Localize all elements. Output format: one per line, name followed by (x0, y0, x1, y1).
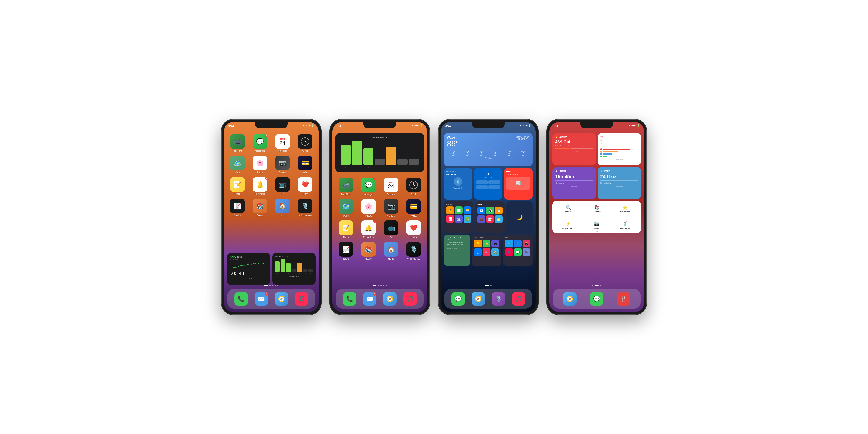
water-widget[interactable]: 💧 Water 24 fl oz 76 fl oz below FoodNoms (598, 167, 641, 199)
dock-mail[interactable]: ✉️ 9 (254, 292, 268, 306)
status-icons-1: ▲ WiFi 🔋 (303, 124, 314, 127)
app-notes[interactable]: 📝 Notes (227, 177, 248, 195)
fasting-widget[interactable]: ⏱️ Fasting 15h 45m 45m above FoodNoms (553, 167, 596, 199)
app-books[interactable]: 📚 Books (250, 198, 270, 217)
page-dots-2 (333, 285, 427, 286)
dock2-music[interactable]: 🎵 (403, 292, 417, 306)
status-icons-4: ▲ WiFi 🔋 (628, 124, 640, 127)
foodnoms-bars-widget[interactable]: 469 66 34 7 FoodNoms (598, 133, 641, 165)
app-grid-2: 📹FaceTime 💬1Messages MON 24 Calendar Clo… (333, 176, 427, 262)
work-widget[interactable]: Work 📧 📅 📋 💼 📝 🗂️ (475, 202, 505, 233)
clock-label: Clock (302, 150, 308, 152)
app-clock[interactable]: Clock (295, 134, 315, 152)
app-messages[interactable]: 💬1 Messages (250, 134, 270, 152)
dock3-messages[interactable]: 💬 (452, 292, 465, 306)
app-health[interactable]: ❤️ Health (295, 177, 315, 195)
work-label: Work (477, 204, 503, 206)
app-facetime[interactable]: 📹 FaceTime (227, 134, 248, 152)
calories-widget[interactable]: 🔥 Calories 469 Cal 1,352 Cal remaining F… (553, 133, 596, 165)
bottom-widgets-1: AAPL 2,152T Apple Inc. 503,43 Stocks WOR… (227, 253, 315, 285)
weather-widget[interactable]: Waco ↑ 86° Mostly Cloudy H:87° L:71° 4PM… (444, 133, 532, 166)
app-calendar[interactable]: MON 24 Calendar (272, 134, 293, 152)
widget-row-3-1: Current Hydration 46/128oz 💧 WaterMinder… (444, 168, 532, 199)
app-tv[interactable]: 📺 TV (272, 177, 293, 195)
dock2-safari[interactable]: 🧭 (383, 292, 397, 306)
notes-label-2: Notes (343, 236, 349, 239)
phone-3: 3:44 ▼ WiFi 🔋 Waco ↑ 86° Mostly Cloudy H… (438, 119, 538, 315)
news-widget[interactable]: News Top stories today... 📰 (504, 168, 532, 199)
news-label: News (506, 170, 530, 173)
waterminder-widget[interactable]: Current Hydration 46/128oz 💧 WaterMinder (444, 168, 472, 199)
phone-1: 9:41 ▲ WiFi 🔋 📹 FaceTime 💬1 Messages MON (221, 119, 321, 315)
dock4-food[interactable]: 🍴 (617, 292, 630, 306)
page-dots-1 (224, 285, 318, 286)
myfitnesspal-widget[interactable]: ✗ MyFitnessPal (474, 168, 503, 199)
dock-1: 📞 ✉️ 9 🧭 🎵 (227, 289, 315, 309)
status-time-4: 9:41 (554, 124, 560, 128)
smartgym-widget-1[interactable]: WORKOUTS M T W T (272, 253, 315, 285)
app-wallet[interactable]: 💳 Wallet (295, 156, 315, 174)
dock4-safari[interactable]: 🧭 (563, 292, 577, 306)
scan-action[interactable]: 📷 SCAN (584, 218, 610, 231)
dock3-podcast[interactable]: 🎙️ (492, 292, 505, 306)
widget-row-3-2: Finance 💰 📊 💳 📈 🏦 💹 Work 📧 (444, 202, 532, 233)
app-maps[interactable]: 🗺️ Maps (227, 156, 248, 174)
library-action[interactable]: 📚 LIBRARY (584, 204, 610, 216)
dock2-phone[interactable]: 📞 (343, 292, 356, 306)
phones-container: 9:41 ▲ WiFi 🔋 📹 FaceTime 💬1 Messages MON (221, 119, 647, 315)
app-voicememos[interactable]: 🎙️ Voice Memos (295, 198, 315, 217)
search-action[interactable]: 🔍 SEARCH (555, 204, 582, 216)
dock-music[interactable]: 🎵 (295, 292, 308, 306)
social-widget[interactable]: Social 🐦 📘 📸 🎵 💬 🎮 (503, 235, 532, 266)
status-time-3: 3:44 (445, 124, 452, 128)
status-icons-2: ▲ WiFi 🔋 (411, 124, 423, 127)
dock2-mail[interactable]: ✉️9 (363, 292, 376, 306)
widget-row-3-3: American Express Green Card 3x Membershi… (444, 235, 532, 266)
stocks-widget[interactable]: AAPL 2,152T Apple Inc. 503,43 Stocks (227, 253, 270, 285)
cardpointers-widget[interactable]: American Express Green Card 3x Membershi… (444, 235, 470, 266)
app-reminders[interactable]: 🔔1 Reminders (250, 177, 270, 195)
page-dots-4 (550, 285, 644, 286)
status-time-2: 9:41 (337, 124, 343, 128)
smartgym-large-widget[interactable]: WORKOUTS M T W T F S S (336, 133, 424, 172)
app-home[interactable]: 🏠 Home (272, 198, 293, 217)
favorites-action[interactable]: ⭐ FAVORITES (612, 204, 639, 216)
dock-phone[interactable]: 📞 (235, 292, 248, 306)
actions-widget[interactable]: 🔍 SEARCH 📚 LIBRARY ⭐ FAVORITES ⚡ QUICK E… (553, 201, 641, 233)
dock4-messages[interactable]: 💬 (590, 292, 603, 306)
dock-2: 📞 ✉️9 🧭 🎵 (336, 289, 424, 309)
health-label-2: Health (410, 236, 417, 239)
status-icons-3: ▼ WiFi 🔋 (520, 124, 531, 127)
phone-2: 9:41 ▲ WiFi 🔋 WORKOUTS M T (330, 119, 430, 315)
status-time-1: 9:41 (228, 124, 235, 128)
dock-4: 🧭 💬 🍴 (553, 289, 641, 309)
dock-safari[interactable]: 🧭 (275, 292, 288, 306)
clock-label-2: Clock (411, 193, 416, 195)
page-dots-3 (441, 285, 535, 286)
finance-widget[interactable]: Finance 💰 📊 💳 📈 🏦 💹 (444, 202, 473, 233)
logdrink-action[interactable]: 🥤 LOG DRINK (612, 218, 639, 231)
dock3-safari[interactable]: 🧭 (471, 292, 485, 306)
app-stocks[interactable]: 📈 Stocks (227, 198, 248, 217)
app-grid-1: 📹 FaceTime 💬1 Messages MON 24 Calendar (224, 132, 318, 218)
app-photos[interactable]: 🌸 Photos (250, 156, 270, 174)
smarthome-widget[interactable]: Smart Home 💡 🔒 📷 🌡️ 🔊 🏠 (472, 235, 501, 266)
dock-3: 💬 🧭 🎙️ 🎵 (444, 289, 532, 309)
widget-row-4-1: 🔥 Calories 469 Cal 1,352 Cal remaining F… (553, 133, 641, 165)
dock3-music[interactable]: 🎵 (512, 292, 525, 306)
widget-row-4-2: ⏱️ Fasting 15h 45m 45m above FoodNoms 💧 … (553, 167, 641, 199)
app-camera[interactable]: 📷 Camera (272, 156, 293, 174)
phone-4: 9:41 ▲ WiFi 🔋 🔥 Calories 469 Cal 1,352 C… (547, 119, 647, 315)
quickentry-action[interactable]: ⚡ QUICK ENTRY (555, 218, 582, 231)
